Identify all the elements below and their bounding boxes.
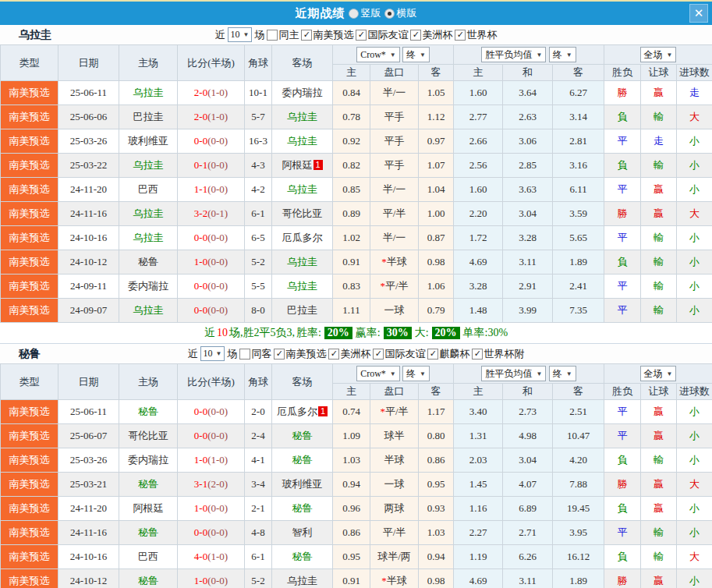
bookmaker-select[interactable]: Crow*▼ — [356, 366, 400, 381]
same-venue-checkbox[interactable]: 同客 — [239, 347, 271, 361]
competition-checkbox-4[interactable]: ✓麒麟杯 — [427, 347, 469, 361]
competition-checkbox-3[interactable]: ✓美洲杯 — [410, 28, 452, 42]
odds-time-select[interactable]: 终▼ — [402, 47, 430, 62]
score-cell: 1-0(0-0) — [178, 569, 245, 588]
competition-checkbox-3[interactable]: ✓国际友谊 — [373, 347, 425, 361]
competition-checkbox-4[interactable]: ✓世界杯 — [455, 28, 497, 42]
corner-cell: 4-1 — [245, 448, 272, 473]
sub-header-6: 客 — [553, 65, 604, 81]
team-name: 阿根廷 — [133, 502, 164, 514]
goals-result-cell: 大 — [677, 202, 712, 226]
match-row: 南美预选24-10-12秘鲁1-0(0-0)5-2乌拉圭0.91*半球0.984… — [1, 569, 712, 588]
match-row: 南美预选24-11-20巴西1-1(0-0)4-2乌拉圭0.85半/一1.041… — [1, 178, 712, 202]
halftime-score: (0-0) — [207, 183, 228, 195]
avg-odds-select[interactable]: 胜平负均值▼ — [481, 47, 546, 62]
date-cell: 25-03-21 — [58, 473, 119, 497]
fulltime-select-value: 全场 — [644, 48, 663, 62]
layout-radio-horizontal[interactable]: 横版 — [384, 6, 417, 20]
avg-away-cell: 1.89 — [553, 569, 604, 588]
away-odds-cell: 1.12 — [419, 105, 454, 129]
team-name: 秘鲁 — [292, 502, 313, 514]
date-cell: 24-10-16 — [58, 226, 119, 250]
checkbox-checked-icon: ✓ — [455, 30, 466, 41]
team-name: 巴西 — [138, 551, 158, 562]
odds-time-select[interactable]: 终▼ — [402, 366, 430, 381]
score-cell: 0-0(0-0) — [178, 275, 245, 299]
away-odds-cell: 1.05 — [419, 81, 454, 105]
home-team-cell: 哥伦比亚 — [119, 424, 178, 448]
team-name: 秘鲁 — [138, 575, 158, 586]
result-cell: 平 — [604, 400, 641, 424]
halftime-score: (0-0) — [207, 280, 228, 292]
competition-checkbox-2[interactable]: ✓美洲杯 — [328, 347, 370, 361]
home-team-cell: 秘鲁 — [119, 473, 178, 497]
home-odds-cell: 1.09 — [333, 424, 370, 448]
corner-cell: 5-2 — [245, 250, 272, 275]
close-button[interactable]: ✕ — [689, 4, 708, 23]
checkbox-checked-icon: ✓ — [427, 349, 438, 360]
goals-result-cell: 大 — [677, 545, 712, 569]
match-type-cell: 南美预选 — [1, 448, 58, 473]
fulltime-select[interactable]: 全场▼ — [640, 47, 677, 62]
competition-checkbox-1[interactable]: ✓南美预选 — [301, 28, 353, 42]
corner-cell: 8-0 — [245, 299, 272, 323]
sub-header-1: 主 — [333, 384, 370, 400]
corner-cell: 16-3 — [245, 129, 272, 154]
checkbox-checked-icon: ✓ — [356, 30, 367, 41]
result-cell: 負 — [604, 545, 641, 569]
fulltime-score: 3-2 — [194, 207, 207, 219]
team-name: 哥伦比亚 — [128, 430, 168, 441]
avg-away-cell: 3.14 — [553, 105, 604, 129]
goals-result-cell: 大 — [677, 105, 712, 129]
home-odds-cell: 1.02 — [333, 226, 370, 250]
match-count-select[interactable]: 10▼ — [200, 346, 225, 361]
summary-text: 大: — [415, 326, 429, 340]
fulltime-score: 0-0 — [194, 526, 207, 538]
competition-checkbox-2[interactable]: ✓国际友谊 — [356, 28, 408, 42]
col-header-3: 主场 — [119, 364, 178, 400]
avg-draw-cell: 3.06 — [503, 129, 553, 154]
avg-away-cell: 10.47 — [553, 424, 604, 448]
competition-checkbox-5[interactable]: ✓世界杯附 — [472, 347, 524, 361]
match-type-cell: 南美预选 — [1, 275, 58, 299]
result-cell: 負 — [604, 105, 641, 129]
home-odds-cell: 0.83 — [333, 275, 370, 299]
avg-home-cell: 2.77 — [454, 105, 503, 129]
avg-odds-select[interactable]: 胜平负均值▼ — [481, 366, 546, 381]
away-team-cell: 秘鲁 — [272, 497, 333, 521]
halftime-score: (0-0) — [207, 232, 228, 243]
odds-group-header: Crow*▼ 终▼ — [333, 364, 454, 384]
competition-checkbox-1[interactable]: ✓南美预选 — [274, 347, 326, 361]
avg-time-select[interactable]: 终▼ — [549, 47, 576, 62]
match-count-select[interactable]: 10▼ — [228, 27, 253, 42]
away-odds-cell: 0.98 — [419, 569, 454, 588]
avg-home-cell: 1.45 — [454, 473, 503, 497]
checkbox-checked-icon: ✓ — [328, 349, 339, 360]
team-name: 乌拉圭 — [133, 87, 164, 98]
bookmaker-select[interactable]: Crow*▼ — [356, 47, 400, 62]
same-venue-checkbox[interactable]: 同主 — [267, 28, 299, 42]
halftime-score: (0-0) — [207, 502, 228, 514]
layout-radio-vertical[interactable]: 竖版 — [349, 6, 381, 20]
halftime-score: (2-0) — [207, 478, 228, 490]
avg-group-header: 胜平负均值▼ 终▼ — [454, 45, 604, 65]
avg-home-cell: 1.19 — [454, 545, 503, 569]
halftime-score: (1-0) — [207, 87, 228, 98]
goals-result-cell: 小 — [677, 226, 712, 250]
fulltime-select[interactable]: 全场▼ — [640, 366, 677, 381]
header-group-row: 类型日期主场比分(半场)角球客场Crow*▼ 终▼胜平负均值▼ 终▼全场▼ — [1, 364, 712, 384]
away-team-cell: 乌拉圭 — [272, 569, 333, 588]
result-cell: 負 — [604, 497, 641, 521]
section-filter-bar: 乌拉圭近10▼场同主✓南美预选✓国际友谊✓美洲杯✓世界杯 — [0, 25, 712, 44]
match-row: 南美预选24-10-12秘鲁1-0(0-0)5-2乌拉圭0.91*半球0.984… — [1, 250, 712, 275]
sub-header-9: 进球数 — [677, 384, 712, 400]
home-odds-cell: 0.95 — [333, 545, 370, 569]
avg-time-select[interactable]: 终▼ — [549, 366, 576, 381]
team-name: 巴西 — [138, 183, 158, 195]
home-team-cell: 秘鲁 — [119, 521, 178, 545]
away-team-cell: 厄瓜多尔 — [272, 226, 333, 250]
away-odds-cell: 0.97 — [419, 129, 454, 154]
corner-cell: 3-4 — [245, 473, 272, 497]
match-row: 南美预选24-10-16巴西4-0(1-0)6-1秘鲁0.95球半/两0.941… — [1, 545, 712, 569]
avg-away-cell: 5.65 — [553, 226, 604, 250]
